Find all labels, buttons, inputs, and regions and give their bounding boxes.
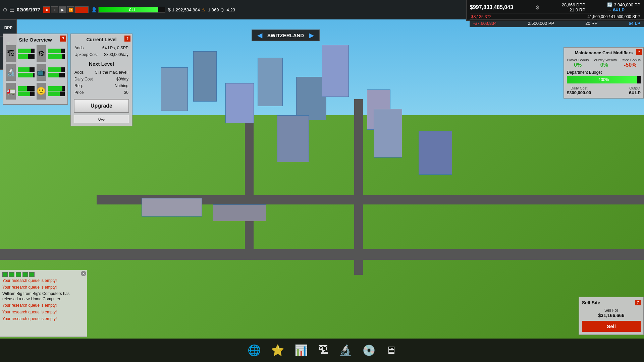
money-alert-icon: ⚠ [201, 7, 205, 12]
daily-finance-2: -$7,603,834 [473, 21, 496, 26]
chat-icon-1[interactable] [2, 272, 8, 277]
daily-cost-value: $300,000.00 [567, 90, 591, 95]
maintenance-help-btn[interactable]: ? [636, 49, 642, 55]
next-level-table: Adds 5 is the max. level! Daily Cost $0/… [74, 69, 129, 96]
mini-bar-2 [18, 54, 35, 59]
building [419, 131, 452, 175]
settings-icon[interactable]: ⚙ [535, 4, 540, 11]
chat-msg-4: Your research queue is empty! [2, 303, 85, 308]
nl-adds-value: 5 is the max. level! [94, 69, 128, 75]
chat-msg-2: Your research queue is empty! [2, 285, 85, 290]
finance-panel: $997,833,485,043 ⚙ 28,666 DPP 21.0 RP 🔄 … [466, 0, 644, 21]
mini-bar-12 [48, 92, 65, 96]
mini-bar-fill-9 [18, 86, 27, 91]
chat-close-btn[interactable]: ✕ [81, 271, 86, 276]
menu-icon[interactable]: ☰ [9, 7, 14, 13]
country-next-btn[interactable]: ▶ [309, 31, 314, 39]
country-nav: ◀ SWITZERLAND ▶ [252, 29, 320, 41]
building [258, 58, 283, 106]
chat-icon-2[interactable] [9, 272, 14, 277]
country-prev-btn[interactable]: ◀ [257, 31, 262, 39]
fast-forward-btn[interactable]: ⏩ [67, 6, 74, 13]
construction-icon[interactable]: 🏗 [6, 45, 16, 62]
mini-bar-fill-11 [48, 86, 62, 91]
mini-bar-fill-12 [48, 92, 60, 96]
mini-bar-7 [48, 67, 65, 72]
mini-bar-fill-5 [18, 67, 30, 72]
warehouse [142, 198, 202, 217]
building [277, 115, 309, 162]
stat2-value: 4.23 [227, 7, 235, 12]
lp-secondary: 64 LP [629, 21, 640, 26]
stat1: 1,069 ⬡ [208, 7, 224, 12]
site-icon-row-2: 🔬 📺 [6, 64, 65, 81]
bar-group-5 [18, 86, 35, 96]
mini-bar-fill-10 [18, 92, 31, 96]
daily-change: -$8,135,372 [470, 14, 491, 19]
stop-btn[interactable]: ■ [43, 6, 50, 13]
maintenance-cols: Player Bonus 0% Country Wealth 0% Office… [567, 58, 641, 68]
daily-output-row: Daily Cost $300,000.00 Output 64 LP [567, 86, 641, 95]
mini-bar-3 [48, 49, 65, 53]
computer-btn[interactable]: 🖥 [386, 344, 396, 357]
upkeep-label: Upkeep Cost [74, 52, 100, 58]
country-name: SWITZERLAND [267, 33, 304, 38]
country-wealth-col: Country Wealth 0% [592, 58, 617, 68]
main-balance: $997,833,485,043 [470, 4, 513, 10]
gear-site-icon[interactable]: ⚙ [37, 45, 46, 62]
play-btn[interactable]: ▶ [59, 6, 66, 13]
mini-bar-fill-3 [48, 49, 61, 53]
xp-bar-container: 👤 CLI [91, 7, 165, 13]
mini-bar-9 [18, 86, 35, 91]
chart-btn[interactable]: 📊 [294, 344, 308, 357]
output-value: 64 LP [629, 90, 641, 95]
finance-secondary-bar: -$7,603,834 2,500,000 PP 20 RP 64 LP [470, 19, 644, 27]
person-icon: 👤 [91, 7, 97, 12]
gear-icon[interactable]: ⚙ [3, 7, 7, 13]
chat-icon-4[interactable] [22, 272, 28, 277]
road-horizontal-2 [0, 249, 644, 260]
maintenance-title: Maintanance Cost Modifiers [567, 50, 641, 55]
site-overview-title: Site Overview [6, 37, 65, 43]
sync-icon: 🔄 [607, 2, 612, 7]
media-controls: ■ ⏸ ▶ ⏩ [43, 6, 89, 13]
next-level-title: Next Level [74, 61, 129, 67]
chat-icon-3[interactable] [16, 272, 21, 277]
road-vertical-2 [354, 99, 363, 275]
mini-bar-10 [18, 92, 35, 96]
smiley-icon[interactable]: 🙂 [37, 83, 46, 100]
rp-secondary: 20 RP [585, 21, 597, 26]
mini-bar-fill-8 [48, 73, 59, 77]
build-btn[interactable]: 🏗 [318, 344, 329, 357]
truck-icon[interactable]: 🚛 [6, 83, 16, 100]
sell-site-title: Sell Site [582, 300, 600, 305]
world-btn[interactable]: 🌐 [248, 344, 261, 357]
mini-bar-fill-1 [18, 49, 31, 53]
date-display: 02/09/1977 [17, 7, 40, 12]
money-stat: $ 1,292,534,884 ⚠ [168, 7, 205, 12]
dept-budget-bar: 100% [567, 76, 641, 83]
dept-budget-label: Department Budget [567, 70, 641, 75]
daily-cost-label: Daily Cost [567, 86, 591, 90]
mini-bar-fill-4 [48, 54, 62, 59]
output-block: Output 64 LP [629, 86, 641, 95]
sell-site-help-btn[interactable]: ? [635, 300, 641, 305]
sell-button[interactable]: Sell [582, 321, 641, 332]
star-btn[interactable]: ⭐ [271, 344, 284, 357]
upgrade-button[interactable]: Upgrade [74, 99, 129, 113]
pause-btn[interactable]: ⏸ [51, 6, 58, 13]
lab-icon[interactable]: 🔬 [6, 64, 16, 81]
site-overview-help-btn[interactable]: ? [60, 36, 66, 42]
media-btn-bottom[interactable]: 💿 [362, 344, 376, 357]
dept-budget-text: 100% [567, 77, 641, 82]
chat-icon-5[interactable] [29, 272, 35, 277]
stat1-value: 1,069 [208, 7, 219, 12]
research-btn[interactable]: 🔬 [339, 344, 352, 357]
bar-group-3 [18, 67, 35, 77]
warehouse [213, 204, 266, 221]
current-level-table: Adds 64 LPs, 0 SPP Upkeep Cost $300,000/… [74, 44, 129, 58]
upgrade-help-btn[interactable]: ? [124, 36, 130, 42]
tv-icon[interactable]: 📺 [37, 64, 46, 81]
xp-label: CLI [99, 8, 165, 12]
pp-secondary: 2,500,000 PP [528, 21, 554, 26]
